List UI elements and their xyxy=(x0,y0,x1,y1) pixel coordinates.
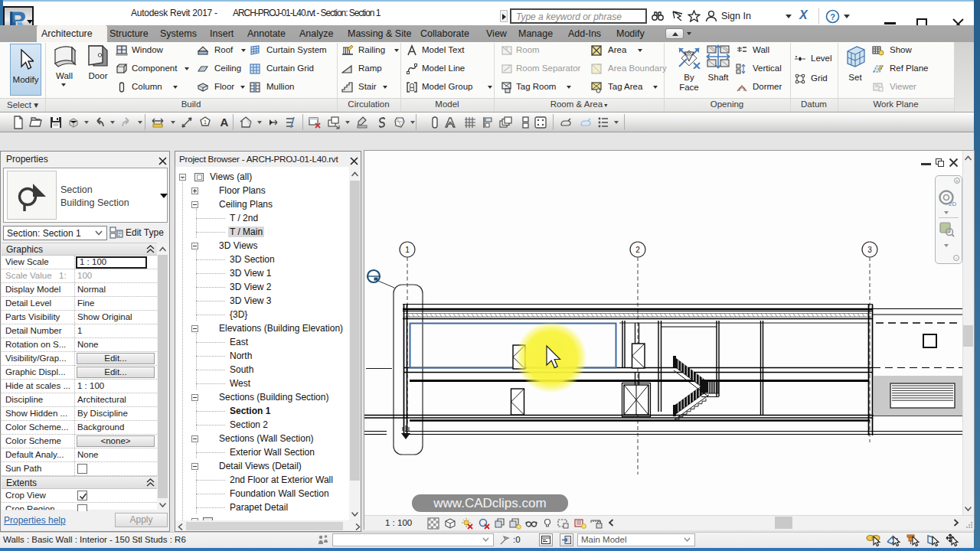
svg-text:?: ? xyxy=(830,12,835,21)
svg-text:1: 1 xyxy=(405,246,410,254)
svg-text:2: 2 xyxy=(635,246,640,254)
svg-text:A: A xyxy=(220,116,229,129)
svg-text:3: 3 xyxy=(867,246,872,254)
svg-text:1: 1 xyxy=(204,119,207,126)
svg-text:2D: 2D xyxy=(949,201,956,207)
